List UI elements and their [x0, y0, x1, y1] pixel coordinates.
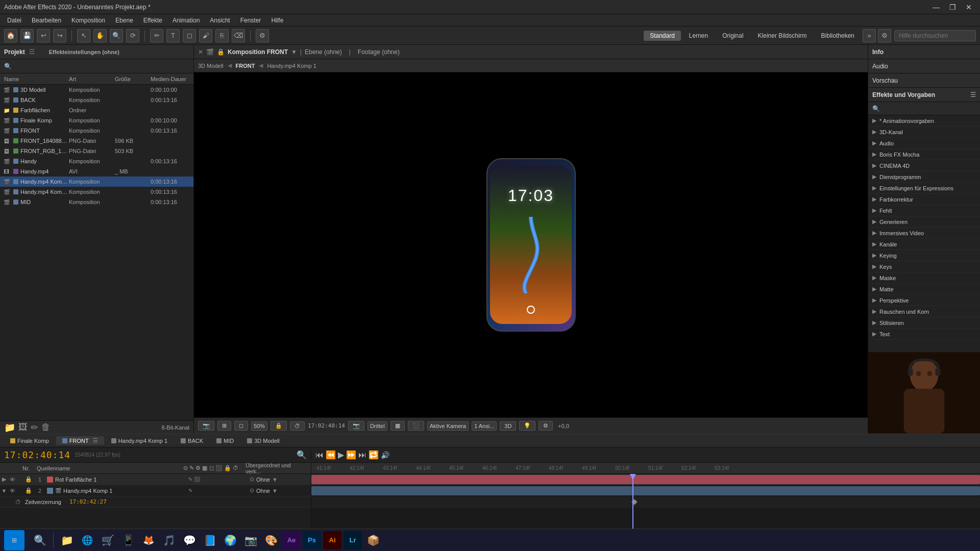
viewer-snapshot-btn[interactable]: 📷 — [198, 421, 214, 431]
project-item-8[interactable]: 🎞 Handy.mp4 AVI _ MB — [0, 166, 193, 177]
effect-category-5[interactable]: ▶Dienstprogramm — [868, 171, 980, 183]
undo-btn[interactable]: ↩ — [37, 29, 50, 42]
select-tool[interactable]: ↖ — [77, 29, 90, 42]
shape-tool[interactable]: ◻ — [183, 29, 196, 42]
project-item-10[interactable]: 🎬 Handy.mp4 Komp 2 Komposition 0:00:13:1… — [0, 187, 193, 197]
effect-category-9[interactable]: ▶Generieren — [868, 216, 980, 228]
taskbar-lightroom[interactable]: Lr — [344, 531, 362, 549]
breadcrumb-3dmodel[interactable]: 3D Modell — [198, 63, 224, 69]
layer-lock-1[interactable]: 🔒 — [24, 476, 33, 483]
effect-category-18[interactable]: ▶Stilisieren — [868, 317, 980, 329]
taskbar-search[interactable]: 🔍 — [31, 531, 49, 549]
pen-tool[interactable]: ✏ — [150, 29, 163, 42]
zoom-dropdown[interactable]: 50% — [251, 421, 267, 431]
taskbar-aftereffects[interactable]: Ae — [282, 531, 301, 549]
workspace-settings-btn[interactable]: ⚙ — [878, 29, 891, 42]
project-item-6[interactable]: 🖼 FRONT_RGB_1840886.png PNG-Datei 503 KB — [0, 146, 193, 156]
taskbar-explorer[interactable]: 📁 — [58, 531, 76, 549]
project-search-input[interactable] — [15, 63, 189, 69]
project-item-1[interactable]: 🎬 BACK Komposition 0:00:13:16 — [0, 95, 193, 105]
effect-category-10[interactable]: ▶Immersives Video — [868, 228, 980, 239]
effect-category-7[interactable]: ▶Farbkorrektur — [868, 194, 980, 205]
layer-parent-dropdown-2[interactable]: ▼ — [272, 488, 278, 494]
redo-btn[interactable]: ↪ — [53, 29, 66, 42]
workspace-more-btn[interactable]: » — [863, 29, 876, 42]
effect-category-19[interactable]: ▶Text — [868, 329, 980, 340]
project-item-9[interactable]: 🎬 Handy.mp4 Komp 1 Komposition 0:00:13:1… — [0, 177, 193, 187]
puppet-tool[interactable]: ⚙ — [256, 29, 269, 42]
folder-icon[interactable]: 📁 — [4, 422, 15, 433]
layer-vis-1[interactable]: 👁 — [8, 477, 16, 483]
viewer-render-btn[interactable]: ⚙ — [538, 421, 553, 431]
taskbar-art[interactable]: 🎨 — [262, 531, 280, 549]
maximize-btn[interactable]: ❐ — [945, 2, 960, 12]
effect-category-4[interactable]: ▶CINEMA 4D — [868, 160, 980, 171]
taskbar-firefox[interactable]: 🦊 — [139, 531, 158, 549]
effect-category-6[interactable]: ▶Einstellungen für Expressions — [868, 183, 980, 194]
effect-category-14[interactable]: ▶Maske — [868, 272, 980, 284]
workspace-lernen[interactable]: Lernen — [683, 31, 714, 41]
project-item-4[interactable]: 🎬 FRONT Komposition 0:00:13:16 — [0, 126, 193, 136]
effect-category-1[interactable]: ▶3D-Kanal — [868, 127, 980, 138]
timeline-time-display[interactable]: 17:02:40:14 — [4, 449, 70, 460]
layer-expand-1[interactable]: ▶ — [0, 476, 8, 483]
transport-play[interactable]: ▶ — [338, 450, 344, 460]
workspace-libraries[interactable]: Bibliotheken — [815, 31, 861, 41]
timeline-search-icon[interactable]: 🔍 — [297, 450, 307, 460]
viewer-mask-btn[interactable]: ◻ — [234, 421, 248, 431]
transport-audio[interactable]: 🔊 — [381, 451, 389, 459]
workspace-standard[interactable]: Standard — [644, 31, 681, 41]
taskbar-store[interactable]: 🛒 — [99, 531, 117, 549]
viewer-cam-btn[interactable]: 📷 — [348, 421, 364, 431]
workspace-small[interactable]: Kleiner Bildschirm — [752, 31, 813, 41]
menu-fenster[interactable]: Fenster — [235, 16, 266, 25]
layer-vis-2[interactable]: 👁 — [8, 488, 16, 494]
effects-search-input[interactable] — [882, 106, 976, 112]
effect-category-0[interactable]: ▶* Animationsvorgaben — [868, 115, 980, 127]
effect-category-8[interactable]: ▶Fehlt — [868, 205, 980, 216]
transport-prev[interactable]: ⏮ — [315, 450, 324, 460]
track-bar-1[interactable] — [311, 475, 980, 484]
keyframe-diamond[interactable] — [631, 499, 637, 505]
transport-stepfwd[interactable]: ⏩ — [346, 450, 356, 460]
effect-category-17[interactable]: ▶Rauschen und Korn — [868, 306, 980, 317]
menu-ebene[interactable]: Ebene — [110, 16, 138, 25]
view-dropdown[interactable]: 1 Ansi... — [472, 421, 497, 431]
delete-item-icon[interactable]: 🗑 — [41, 422, 51, 433]
viewer-region-btn[interactable]: ▦ — [390, 421, 405, 431]
track-bar-2[interactable] — [311, 486, 980, 495]
project-item-7[interactable]: 🎬 Handy Komposition 0:00:13:16 — [0, 156, 193, 166]
taskbar-browser[interactable]: 🌐 — [78, 531, 96, 549]
effect-category-13[interactable]: ▶Keys — [868, 261, 980, 272]
effects-menu-icon[interactable]: ☰ — [970, 91, 976, 98]
close-btn[interactable]: ✕ — [962, 2, 976, 12]
layer-parent-dropdown-1[interactable]: ▼ — [272, 477, 278, 483]
sub-row-value[interactable]: 17:02:42:27 — [69, 498, 107, 505]
taskbar-globe2[interactable]: 🌍 — [221, 531, 239, 549]
taskbar-camera[interactable]: 📷 — [241, 531, 260, 549]
zoom-tool[interactable]: 🔍 — [110, 29, 123, 42]
effect-category-16[interactable]: ▶Perspektive — [868, 295, 980, 306]
layer-switch-stencil-1[interactable]: ✎ — [188, 477, 192, 482]
project-item-5[interactable]: 🖼 FRONT_1840886.png PNG-Datei 596 KB — [0, 136, 193, 146]
project-item-2[interactable]: 📁 Farbflächen Ordner — [0, 105, 193, 115]
effect-category-12[interactable]: ▶Keying — [868, 250, 980, 261]
new-item-icon[interactable]: ✏ — [31, 422, 38, 433]
layer-lock-2[interactable]: 🔒 — [24, 487, 33, 494]
quality-dropdown[interactable]: Drittel — [368, 421, 387, 431]
layer-switch-stencil-2[interactable]: ✎ — [188, 488, 192, 493]
timeline-tab-3dmodell[interactable]: 3D Modell — [241, 437, 286, 445]
taskbar-whatsapp[interactable]: 📱 — [119, 531, 137, 549]
menu-effekte[interactable]: Effekte — [138, 16, 167, 25]
taskbar-package[interactable]: 📦 — [364, 531, 382, 549]
camera-dropdown[interactable]: Aktive Kamera — [427, 421, 469, 431]
workspace-original[interactable]: Original — [716, 31, 749, 41]
stamp-tool[interactable]: ⎘ — [215, 29, 229, 42]
transport-stepback[interactable]: ⏪ — [326, 450, 336, 460]
taskbar-photoshop[interactable]: Ps — [303, 531, 321, 549]
viewer-timer-btn[interactable]: ⏱ — [290, 421, 305, 431]
timeline-tab-komp1[interactable]: Handy.mp4 Komp 1 — [105, 437, 174, 445]
home-btn[interactable]: 🏠 — [4, 29, 17, 42]
viewer-alpha-btn[interactable]: ⬛ — [408, 421, 424, 431]
effect-category-2[interactable]: ▶Audio — [868, 138, 980, 149]
